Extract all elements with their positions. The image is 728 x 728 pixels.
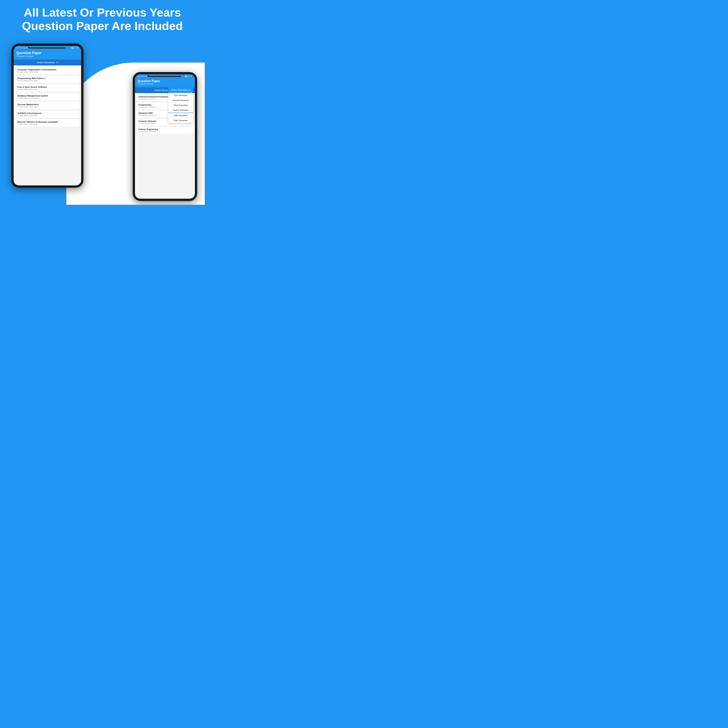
paper-title-6: SoftSkill & Development: [17, 112, 77, 114]
paper-card-5[interactable]: Discrete Mathematics FY BSC SEM 1 NOV 20…: [15, 102, 80, 109]
semester-option-first[interactable]: First Semester: [168, 93, 193, 98]
semester-label-left: Select Semester: [37, 61, 55, 64]
dropdown-header: Select Semester ▼: [168, 87, 193, 93]
semester-option-second[interactable]: Second Semester: [168, 98, 193, 103]
paper-title-1: Computer Organization & Development: [17, 69, 77, 71]
paper-subtitle-1: FY BSC SEM 1 NOV 2018: [17, 71, 77, 73]
phone-left: 8:28 PM | 10.9KB/s ▌▌ 4G 🔋 Question Pape…: [11, 44, 83, 188]
headline: All Latest Or Previous Years Question Pa…: [8, 6, 197, 33]
dropdown-area-right: Select Semester ▼ Select Semester ▼ Firs…: [135, 87, 195, 93]
app-subtitle-left: Computer Science: [16, 55, 78, 57]
paper-subtitle-2: FY BSC SEM 1 NOV 2018: [17, 80, 77, 82]
paper-title-4: Database Management System: [17, 95, 77, 97]
paper-list-left: Computer Organization & Development FY B…: [14, 66, 81, 185]
paper-title-3: Free & Open Source Software: [17, 86, 77, 88]
phone-left-body: 8:28 PM | 10.9KB/s ▌▌ 4G 🔋 Question Pape…: [11, 44, 83, 188]
phone-right: 8:28 PM | 0.1KB/s ▌▌ 4G 🔋 Question Paper…: [133, 72, 197, 201]
app-title-left: Question Paper: [16, 51, 78, 55]
paper-title-r5: Software Engineering: [138, 128, 191, 130]
app-subtitle-right: Computer Science: [138, 83, 192, 85]
paper-subtitle-r5: SYBSC SEM 4 APR 2018: [138, 131, 191, 133]
paper-card-r5[interactable]: Software Engineering SYBSC SEM 4 APR 201…: [136, 127, 194, 134]
app-title-right: Question Paper: [138, 80, 192, 83]
paper-subtitle-6: FY BSC SEM 1 NOV 2018: [17, 115, 77, 116]
phone-right-screen: 8:28 PM | 0.1KB/s ▌▌ 4G 🔋 Question Paper…: [135, 74, 195, 199]
status-time-left: 8:28 PM | 10.9KB/s: [16, 47, 29, 49]
phone-left-speaker: [29, 47, 66, 49]
paper-title-5: Discrete Mathematics: [17, 103, 77, 106]
semester-option-sixth[interactable]: Sixth Semester: [168, 118, 193, 123]
paper-card-1[interactable]: Computer Organization & Development FY B…: [15, 67, 80, 75]
semester-dropdown-menu[interactable]: Select Semester ▼ First Semester Second …: [168, 87, 193, 123]
paper-title-7: Discrete Statistics & illustrate probabi…: [17, 121, 77, 123]
paper-card-6[interactable]: SoftSkill & Development FY BSC SEM 1 NOV…: [15, 110, 80, 118]
paper-subtitle-3: FY BSC SEM 1 NOV 2018: [17, 89, 77, 90]
paper-card-7[interactable]: Discrete Statistics & illustrate probabi…: [15, 119, 80, 127]
paper-subtitle-4: FY BSC SEM 1 NOV 2018: [17, 97, 77, 99]
app-header-right: Question Paper Computer Science: [135, 78, 195, 87]
phone-left-camera: [28, 47, 30, 49]
paper-subtitle-7: FY BSC SEM 1 NOV 2018: [17, 124, 77, 125]
paper-card-3[interactable]: Free & Open Source Software FY BSC SEM 1…: [15, 84, 80, 92]
semester-option-third[interactable]: Third Semester: [168, 103, 193, 108]
semester-bar-left[interactable]: Select Semester ▼: [14, 60, 81, 66]
app-header-left: Question Paper Computer Science: [14, 49, 81, 60]
dropdown-header-arrow: ▼: [188, 89, 190, 92]
status-icons-right: ▌▌ 4G 🔋: [185, 75, 192, 77]
semester-select-left[interactable]: Select Semester ▼: [37, 61, 58, 64]
header-section: All Latest Or Previous Years Question Pa…: [0, 6, 205, 33]
phone-right-speaker: [149, 76, 181, 77]
status-icons-left: ▌▌ 4G 🔋: [72, 47, 78, 49]
dropdown-header-label: Select Semester: [171, 89, 188, 92]
dropdown-arrow-left: ▼: [56, 61, 58, 64]
phone-left-screen: 8:28 PM | 10.9KB/s ▌▌ 4G 🔋 Question Pape…: [14, 46, 81, 185]
headline-line2: Question Paper Are Included: [22, 19, 183, 32]
semester-option-fourth[interactable]: Fourth Semester: [168, 108, 193, 113]
paper-subtitle-r4: SYBSC SEM 4 APR 2018: [138, 123, 191, 124]
paper-title-2: Programming With Python 1: [17, 77, 77, 80]
paper-subtitle-5: FY BSC SEM 1 NOV 2018: [17, 106, 77, 108]
phone-right-camera: [147, 75, 149, 77]
paper-card-2[interactable]: Programming With Python 1 FY BSC SEM 1 N…: [15, 76, 80, 83]
paper-card-4[interactable]: Database Management System FY BSC SEM 1 …: [15, 93, 80, 101]
phone-right-body: 8:28 PM | 0.1KB/s ▌▌ 4G 🔋 Question Paper…: [133, 72, 197, 201]
headline-line1: All Latest Or Previous Years: [24, 6, 181, 19]
semester-option-fifth[interactable]: Fifth Semester: [168, 113, 193, 118]
